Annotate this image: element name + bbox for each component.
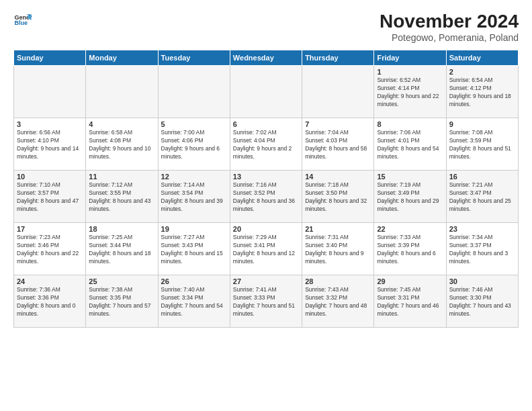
- day-number: 12: [161, 173, 227, 181]
- day-info: Sunrise: 7:04 AM Sunset: 4:03 PM Dayligh…: [305, 129, 371, 161]
- day-info: Sunrise: 7:33 AM Sunset: 3:39 PM Dayligh…: [377, 234, 443, 266]
- day-number: 26: [161, 277, 227, 285]
- day-number: 14: [305, 173, 371, 181]
- day-cell: [302, 66, 374, 118]
- day-number: 11: [89, 173, 154, 181]
- day-cell: 26Sunrise: 7:40 AM Sunset: 3:34 PM Dayli…: [158, 275, 230, 328]
- day-info: Sunrise: 7:27 AM Sunset: 3:43 PM Dayligh…: [161, 234, 227, 266]
- day-number: 7: [305, 120, 371, 128]
- svg-text:Blue: Blue: [14, 19, 28, 26]
- day-cell: 5Sunrise: 7:00 AM Sunset: 4:06 PM Daylig…: [158, 118, 230, 171]
- col-header-monday: Monday: [86, 50, 158, 66]
- header-row: SundayMondayTuesdayWednesdayThursdayFrid…: [14, 50, 519, 66]
- day-number: 21: [305, 225, 371, 233]
- day-number: 8: [377, 120, 443, 128]
- logo: General Blue: [13, 11, 32, 30]
- col-header-sunday: Sunday: [14, 50, 86, 66]
- day-info: Sunrise: 7:45 AM Sunset: 3:31 PM Dayligh…: [377, 286, 443, 318]
- day-cell: 21Sunrise: 7:31 AM Sunset: 3:40 PM Dayli…: [302, 223, 374, 275]
- col-header-thursday: Thursday: [302, 50, 374, 66]
- day-cell: [158, 66, 230, 118]
- day-cell: 2Sunrise: 6:54 AM Sunset: 4:12 PM Daylig…: [446, 66, 518, 118]
- day-number: 16: [449, 173, 515, 181]
- day-number: 18: [89, 225, 154, 233]
- col-header-friday: Friday: [374, 50, 446, 66]
- calendar-table: SundayMondayTuesdayWednesdayThursdayFrid…: [13, 50, 519, 328]
- day-number: 10: [17, 173, 83, 181]
- day-cell: [230, 66, 302, 118]
- day-number: 22: [377, 225, 443, 233]
- day-number: 29: [377, 277, 443, 285]
- day-number: 5: [161, 120, 227, 128]
- day-info: Sunrise: 6:56 AM Sunset: 4:10 PM Dayligh…: [17, 129, 83, 161]
- day-number: 13: [233, 173, 299, 181]
- day-info: Sunrise: 7:46 AM Sunset: 3:30 PM Dayligh…: [449, 286, 515, 318]
- day-cell: 8Sunrise: 7:06 AM Sunset: 4:01 PM Daylig…: [374, 118, 446, 171]
- week-row-1: 1Sunrise: 6:52 AM Sunset: 4:14 PM Daylig…: [14, 66, 519, 118]
- day-cell: 20Sunrise: 7:29 AM Sunset: 3:41 PM Dayli…: [230, 223, 302, 275]
- day-info: Sunrise: 7:40 AM Sunset: 3:34 PM Dayligh…: [161, 286, 227, 318]
- day-cell: 18Sunrise: 7:25 AM Sunset: 3:44 PM Dayli…: [86, 223, 158, 275]
- day-number: 19: [161, 225, 227, 233]
- day-info: Sunrise: 7:19 AM Sunset: 3:49 PM Dayligh…: [377, 181, 443, 214]
- day-cell: 3Sunrise: 6:56 AM Sunset: 4:10 PM Daylig…: [14, 118, 86, 171]
- day-number: 17: [17, 225, 83, 233]
- day-info: Sunrise: 7:34 AM Sunset: 3:37 PM Dayligh…: [449, 234, 515, 266]
- day-cell: 15Sunrise: 7:19 AM Sunset: 3:49 PM Dayli…: [374, 171, 446, 223]
- day-number: 3: [17, 120, 83, 128]
- day-cell: 6Sunrise: 7:02 AM Sunset: 4:04 PM Daylig…: [230, 118, 302, 171]
- day-cell: 13Sunrise: 7:16 AM Sunset: 3:52 PM Dayli…: [230, 171, 302, 223]
- week-row-5: 24Sunrise: 7:36 AM Sunset: 3:36 PM Dayli…: [14, 275, 519, 328]
- day-cell: 27Sunrise: 7:41 AM Sunset: 3:33 PM Dayli…: [230, 275, 302, 328]
- day-cell: 22Sunrise: 7:33 AM Sunset: 3:39 PM Dayli…: [374, 223, 446, 275]
- week-row-2: 3Sunrise: 6:56 AM Sunset: 4:10 PM Daylig…: [14, 118, 519, 171]
- day-number: 4: [89, 120, 154, 128]
- day-cell: 30Sunrise: 7:46 AM Sunset: 3:30 PM Dayli…: [446, 275, 518, 328]
- col-header-tuesday: Tuesday: [158, 50, 230, 66]
- day-info: Sunrise: 7:08 AM Sunset: 3:59 PM Dayligh…: [449, 129, 515, 161]
- col-header-saturday: Saturday: [446, 50, 518, 66]
- day-cell: 9Sunrise: 7:08 AM Sunset: 3:59 PM Daylig…: [446, 118, 518, 171]
- day-number: 24: [17, 277, 83, 285]
- day-cell: 4Sunrise: 6:58 AM Sunset: 4:08 PM Daylig…: [86, 118, 158, 171]
- day-number: 6: [233, 120, 299, 128]
- day-cell: 28Sunrise: 7:43 AM Sunset: 3:32 PM Dayli…: [302, 275, 374, 328]
- day-info: Sunrise: 7:23 AM Sunset: 3:46 PM Dayligh…: [17, 234, 83, 266]
- day-cell: 19Sunrise: 7:27 AM Sunset: 3:43 PM Dayli…: [158, 223, 230, 275]
- col-header-wednesday: Wednesday: [230, 50, 302, 66]
- day-cell: 29Sunrise: 7:45 AM Sunset: 3:31 PM Dayli…: [374, 275, 446, 328]
- day-number: 20: [233, 225, 299, 233]
- day-info: Sunrise: 7:18 AM Sunset: 3:50 PM Dayligh…: [305, 181, 371, 214]
- day-info: Sunrise: 7:25 AM Sunset: 3:44 PM Dayligh…: [89, 234, 154, 266]
- day-cell: 1Sunrise: 6:52 AM Sunset: 4:14 PM Daylig…: [374, 66, 446, 118]
- day-cell: 10Sunrise: 7:10 AM Sunset: 3:57 PM Dayli…: [14, 171, 86, 223]
- subtitle: Potegowo, Pomerania, Poland: [380, 32, 519, 43]
- day-cell: 17Sunrise: 7:23 AM Sunset: 3:46 PM Dayli…: [14, 223, 86, 275]
- day-info: Sunrise: 7:43 AM Sunset: 3:32 PM Dayligh…: [305, 286, 371, 318]
- day-info: Sunrise: 6:58 AM Sunset: 4:08 PM Dayligh…: [89, 129, 154, 161]
- day-cell: 25Sunrise: 7:38 AM Sunset: 3:35 PM Dayli…: [86, 275, 158, 328]
- logo-icon: General Blue: [13, 11, 32, 30]
- day-cell: 7Sunrise: 7:04 AM Sunset: 4:03 PM Daylig…: [302, 118, 374, 171]
- week-row-3: 10Sunrise: 7:10 AM Sunset: 3:57 PM Dayli…: [14, 171, 519, 223]
- week-row-4: 17Sunrise: 7:23 AM Sunset: 3:46 PM Dayli…: [14, 223, 519, 275]
- day-info: Sunrise: 7:29 AM Sunset: 3:41 PM Dayligh…: [233, 234, 299, 266]
- day-number: 30: [449, 277, 515, 285]
- day-number: 2: [449, 68, 515, 76]
- day-info: Sunrise: 7:06 AM Sunset: 4:01 PM Dayligh…: [377, 129, 443, 161]
- day-number: 23: [449, 225, 515, 233]
- day-info: Sunrise: 7:36 AM Sunset: 3:36 PM Dayligh…: [17, 286, 83, 318]
- day-info: Sunrise: 7:14 AM Sunset: 3:54 PM Dayligh…: [161, 181, 227, 214]
- day-cell: [86, 66, 158, 118]
- day-number: 25: [89, 277, 154, 285]
- day-number: 9: [449, 120, 515, 128]
- day-info: Sunrise: 7:12 AM Sunset: 3:55 PM Dayligh…: [89, 181, 154, 214]
- day-info: Sunrise: 7:38 AM Sunset: 3:35 PM Dayligh…: [89, 286, 154, 318]
- day-cell: 12Sunrise: 7:14 AM Sunset: 3:54 PM Dayli…: [158, 171, 230, 223]
- day-number: 28: [305, 277, 371, 285]
- day-info: Sunrise: 7:21 AM Sunset: 3:47 PM Dayligh…: [449, 181, 515, 214]
- day-info: Sunrise: 7:10 AM Sunset: 3:57 PM Dayligh…: [17, 181, 83, 214]
- day-info: Sunrise: 7:02 AM Sunset: 4:04 PM Dayligh…: [233, 129, 299, 161]
- day-info: Sunrise: 6:52 AM Sunset: 4:14 PM Dayligh…: [377, 77, 443, 109]
- day-cell: 16Sunrise: 7:21 AM Sunset: 3:47 PM Dayli…: [446, 171, 518, 223]
